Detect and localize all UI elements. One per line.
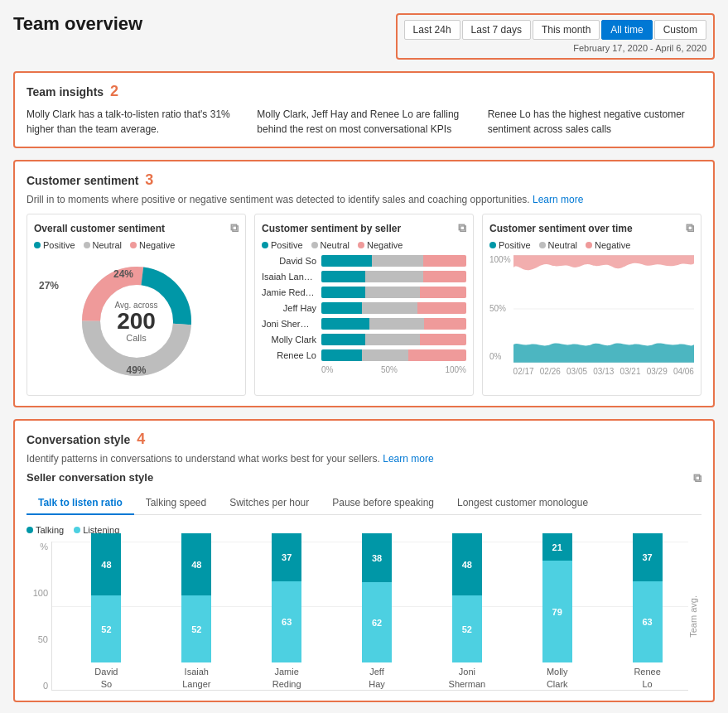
bar-seg-negative — [424, 318, 466, 330]
seller-conv-title: Seller conversation style ⧉ — [27, 471, 701, 485]
bar-track — [321, 255, 466, 267]
ot-dot-negative — [586, 242, 592, 248]
conversation-style-section: Conversation style 4 Identify patterns i… — [13, 419, 715, 702]
learn-more-sentiment[interactable]: Learn more — [533, 194, 583, 205]
bar-seg-neutral — [362, 349, 408, 361]
dot-positive — [34, 242, 41, 248]
insights-row: Molly Clark has a talk-to-listen ratio t… — [27, 107, 701, 137]
seller-sentiment-title: Customer sentiment by seller ⧉ — [262, 221, 466, 235]
bar-listening: 52 — [452, 595, 482, 662]
dot-listening — [74, 527, 80, 533]
style-desc: Identify patterns in conversations to un… — [27, 453, 701, 465]
customer-sentiment-title: Customer sentiment 3 — [27, 171, 701, 189]
btn-last7days[interactable]: Last 7 days — [462, 20, 531, 40]
bar-col-label: IsaiahLanger — [182, 666, 210, 690]
seller-name: Jamie Reding — [262, 287, 321, 297]
bar-seg-negative — [420, 287, 466, 298]
bar-col-label: DavidSo — [94, 666, 118, 690]
overall-legend: Positive Neutral Negative — [34, 240, 239, 250]
bar-listening: 62 — [362, 582, 392, 662]
time-filter-buttons: Last 24h Last 7 days This month All time… — [404, 20, 706, 40]
bar-seg-negative — [417, 302, 467, 314]
seller-bar-row: Jamie Reding — [262, 287, 466, 298]
seller-bar-row: Joni Sherman — [262, 318, 466, 330]
btn-last24h[interactable]: Last 24h — [404, 20, 460, 40]
pct-neutral: 49% — [126, 364, 146, 376]
page-title: Team overview — [13, 13, 142, 35]
bar-track — [321, 302, 466, 314]
tab-monologue[interactable]: Longest customer monologue — [446, 492, 600, 515]
btn-thismonth[interactable]: This month — [533, 20, 600, 40]
overtime-legend: Positive Neutral Negative — [489, 240, 694, 250]
charts-row: Overall customer sentiment ⧉ Positive Ne… — [27, 214, 701, 396]
legend-negative: Negative — [130, 240, 175, 250]
y-100: 100 — [33, 588, 48, 598]
bar-col-label: MollyClark — [547, 666, 568, 690]
bar-talking: 38 — [362, 533, 392, 582]
conversation-style-title: Conversation style 4 — [27, 431, 701, 448]
tab-switches[interactable]: Switches per hour — [218, 492, 321, 515]
bar-track — [321, 334, 466, 345]
step-badge-2: 2 — [110, 83, 118, 100]
insight-item-2: Renee Lo has the highest negative custom… — [488, 107, 701, 137]
legend-neutral: Neutral — [84, 240, 122, 250]
insight-item-1: Molly Clark, Jeff Hay and Renee Lo are f… — [257, 107, 470, 137]
bar-listening: 63 — [272, 581, 301, 662]
bar-seg-negative — [420, 334, 466, 345]
bar-seg-positive — [321, 349, 362, 361]
btn-custom[interactable]: Custom — [654, 20, 706, 40]
bar-listening: 52 — [181, 595, 211, 662]
y-0: 0 — [43, 681, 48, 691]
stacked-bar: 3763 — [272, 533, 301, 662]
bar-seg-positive — [321, 302, 362, 314]
team-avg-label: Team avg. — [688, 595, 701, 638]
btn-alltime[interactable]: All time — [601, 20, 652, 40]
team-insights-section: Team insights 2 Molly Clark has a talk-t… — [13, 71, 715, 148]
bar-col-label: JoniSherman — [449, 666, 486, 690]
seller-sentiment-chart: Customer sentiment by seller ⧉ Positive … — [254, 214, 474, 396]
stacked-bar: 3862 — [362, 533, 392, 662]
stacked-bar: 3763 — [633, 533, 663, 662]
header-row: Team overview Last 24h Last 7 days This … — [13, 13, 715, 60]
bar-talking: 48 — [91, 533, 121, 595]
tab-pause[interactable]: Pause before speaking — [321, 492, 446, 515]
bar-seg-neutral — [365, 334, 421, 345]
time-filter-section: Last 24h Last 7 days This month All time… — [396, 13, 715, 60]
bar-col-label: JeffHay — [369, 666, 385, 690]
page: Team overview Last 24h Last 7 days This … — [0, 0, 728, 713]
copy-icon-overall[interactable]: ⧉ — [230, 221, 239, 235]
talk-bar-col: 4852JoniSherman — [426, 533, 508, 690]
bar-seg-positive — [321, 255, 372, 267]
y-title: % — [40, 542, 48, 552]
overall-sentiment-title: Overall customer sentiment ⧉ — [34, 221, 239, 235]
talk-bar-col: 3862JeffHay — [336, 533, 418, 690]
seller-name: Molly Clark — [262, 335, 321, 344]
stacked-bar: 4852 — [452, 533, 482, 662]
bar-seg-positive — [321, 334, 365, 345]
overtime-legend-positive: Positive — [489, 240, 531, 250]
tab-talking-speed[interactable]: Talking speed — [134, 492, 218, 515]
copy-icon-seller[interactable]: ⧉ — [458, 221, 466, 235]
bar-talking: 37 — [633, 533, 663, 581]
talk-bar-col: 4852IsaiahLanger — [156, 533, 238, 690]
customer-sentiment-section: Customer sentiment 3 Drill in to moments… — [13, 160, 715, 407]
overtime-legend-neutral: Neutral — [539, 240, 577, 250]
learn-more-style[interactable]: Learn more — [383, 453, 433, 465]
bars-container: 4852DavidSo4852IsaiahLanger3763JamieRedi… — [51, 542, 688, 691]
bar-talking: 37 — [272, 533, 301, 581]
bar-seg-neutral — [365, 271, 423, 282]
step-badge-4: 4 — [137, 431, 145, 448]
copy-icon-conv[interactable]: ⧉ — [693, 471, 701, 485]
area-svg-container: 02/17 02/26 03/05 03/13 03/21 03/29 04/0… — [513, 255, 694, 376]
bar-seg-positive — [321, 287, 365, 298]
bar-axis: 0% 50% 100% — [262, 365, 466, 374]
tab-talk-listen[interactable]: Talk to listen ratio — [27, 492, 134, 515]
y-50: 50 — [38, 634, 48, 644]
copy-icon-time[interactable]: ⧉ — [686, 221, 694, 235]
bar-track — [321, 349, 466, 361]
bar-seg-neutral — [362, 302, 417, 314]
donut-container: Avg. across 200 Calls 24% 49% 27% — [34, 255, 239, 388]
overall-sentiment-chart: Overall customer sentiment ⧉ Positive Ne… — [27, 214, 246, 396]
bar-track — [321, 287, 466, 298]
bar-listening: 52 — [91, 595, 121, 662]
